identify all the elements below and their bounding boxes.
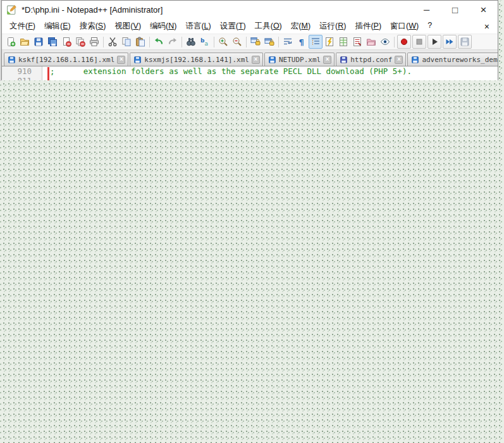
toolbar-sync-scroll-vertical-button[interactable] <box>249 35 262 49</box>
toolbar-separator <box>214 37 214 47</box>
menu-item-L[interactable]: 语言(L) <box>181 20 215 33</box>
toolbar-folder-as-workspace-button[interactable] <box>364 35 378 49</box>
toolbar-open-file-button[interactable] <box>18 35 32 49</box>
sync-scroll-vertical-icon <box>250 37 261 47</box>
close-document-icon[interactable]: × <box>484 22 498 32</box>
tab-kskf[192.168.1.116].xml[interactable]: kskf[192.168.1.116].xml× <box>4 53 128 66</box>
tab-bar: kskf[192.168.1.116].xml×ksxmjs[192.168.1… <box>2 50 498 66</box>
toolbar-close-all-button[interactable] <box>73 35 87 49</box>
tab-label: ksxmjs[192.168.1.141].xml <box>144 56 249 64</box>
notepad-plus-plus-icon <box>6 4 17 15</box>
toolbar-user-defined-dialog-button[interactable] <box>323 35 336 49</box>
toolbar-new-file-button[interactable] <box>4 35 18 49</box>
toolbar-close-button[interactable] <box>59 35 73 49</box>
menu-item-P[interactable]: 插件(P) <box>350 20 386 33</box>
toolbar-function-list-button[interactable] <box>350 35 364 49</box>
cut-icon <box>108 37 118 47</box>
tab-label: kskf[192.168.1.116].xml <box>18 56 114 64</box>
menu-item-E[interactable]: 编辑(E) <box>40 20 75 33</box>
tab-adventureworks_demo.php[interactable]: adventureworks_demo.php× <box>407 53 498 66</box>
menu-bar: 文件(F)编辑(E)搜索(S)视图(V)编码(N)语言(L)设置(T)工具(O)… <box>2 19 498 34</box>
line-text: ; extension folders as well as the separ… <box>42 66 412 76</box>
editor-line-910[interactable]: 910; extension folders as well as the se… <box>2 66 498 76</box>
menu-item-N[interactable]: 编码(N) <box>145 20 181 33</box>
toolbar-replace-button[interactable]: ba <box>198 35 212 49</box>
toolbar-zoom-in-button[interactable] <box>216 35 230 49</box>
toolbar-separator <box>149 37 150 47</box>
menu-item-help[interactable]: ? <box>423 20 436 33</box>
toolbar-cut-button[interactable] <box>106 35 120 49</box>
show-all-characters-icon: ¶ <box>297 37 307 47</box>
tab-close-icon[interactable]: × <box>323 56 331 64</box>
menu-items: 文件(F)编辑(E)搜索(S)视图(V)编码(N)语言(L)设置(T)工具(O)… <box>5 20 436 33</box>
toolbar-word-wrap-button[interactable] <box>281 35 295 49</box>
toolbar-undo-button[interactable] <box>152 35 166 49</box>
toolbar: ba¶ <box>2 34 498 50</box>
toolbar-monitoring-button[interactable] <box>378 35 392 49</box>
toolbar-sync-scroll-horizontal-button[interactable] <box>262 35 276 49</box>
toolbar-separator <box>181 37 182 47</box>
redo-icon <box>168 37 178 47</box>
sync-scroll-horizontal-icon <box>264 37 274 47</box>
saved-document-floppy-icon <box>411 56 419 64</box>
replace-icon: ba <box>200 37 210 47</box>
tab-list: kskf[192.168.1.116].xml×ksxmjs[192.168.1… <box>4 53 498 66</box>
toolbar-find-button[interactable] <box>184 35 198 49</box>
function-list-icon <box>352 37 362 47</box>
toolbar-macro-save-button[interactable] <box>458 35 472 49</box>
notepad-plus-plus-window: *D:\php.ini - Notepad++ [Administrator] … <box>1 0 498 80</box>
menu-item-S[interactable]: 搜索(S) <box>75 20 111 33</box>
tab-close-icon[interactable]: × <box>252 56 260 64</box>
tab-ksxmjs[192.168.1.141].xml[interactable]: ksxmjs[192.168.1.141].xml× <box>130 53 263 66</box>
macro-playback-icon <box>429 37 439 47</box>
menu-item-W[interactable]: 窗口(W) <box>386 20 423 33</box>
toolbar-redo-button[interactable] <box>166 35 180 49</box>
toolbar-macro-stop-button[interactable] <box>412 35 426 49</box>
monitoring-icon <box>380 37 390 47</box>
toolbar-macro-run-multiple-button[interactable] <box>443 35 457 49</box>
toolbar-save-all-button[interactable] <box>46 35 59 49</box>
window-title: *D:\php.ini - Notepad++ [Administrator] <box>22 5 163 15</box>
toolbar-copy-button[interactable] <box>120 35 133 49</box>
maximize-button[interactable]: □ <box>441 1 469 19</box>
toolbar-document-map-button[interactable] <box>336 35 350 49</box>
toolbar-show-indent-guide-button[interactable] <box>309 35 323 49</box>
toolbar-save-button[interactable] <box>32 35 46 49</box>
save-all-icon <box>47 37 58 47</box>
editor-area[interactable]: 910; extension folders as well as the se… <box>2 66 498 80</box>
close-icon <box>61 37 71 47</box>
menu-item-R[interactable]: 运行(R) <box>315 20 350 33</box>
menu-item-O[interactable]: 工具(O) <box>250 20 286 33</box>
tab-close-icon[interactable]: × <box>117 56 125 64</box>
find-icon <box>186 37 196 47</box>
editor-line-911[interactable]: 911 <box>2 76 498 80</box>
saved-document-floppy-icon <box>268 56 276 64</box>
menu-item-T[interactable]: 设置(T) <box>216 20 250 33</box>
paste-icon <box>135 37 145 47</box>
toolbar-separator <box>394 37 395 47</box>
toolbar-macro-record-button[interactable] <box>397 35 411 49</box>
toolbar-show-all-characters-button[interactable]: ¶ <box>295 35 309 49</box>
menu-item-M[interactable]: 宏(M) <box>286 20 315 33</box>
close-button[interactable]: × <box>469 1 498 19</box>
minimize-button[interactable]: ─ <box>412 1 441 19</box>
menu-item-F[interactable]: 文件(F) <box>5 20 40 33</box>
folder-as-workspace-icon <box>366 37 376 47</box>
tab-httpd.conf[interactable]: httpd.conf× <box>336 53 406 66</box>
modified-line-marker <box>47 67 49 80</box>
menu-item-V[interactable]: 视图(V) <box>110 20 145 33</box>
toolbar-separator <box>103 37 104 47</box>
saved-document-floppy-icon <box>8 56 16 64</box>
tab-close-icon[interactable]: × <box>395 56 403 64</box>
close-all-icon <box>75 37 85 47</box>
tab-NETUDP.xml[interactable]: NETUDP.xml× <box>264 53 335 66</box>
show-indent-guide-icon <box>310 37 321 47</box>
zoom-in-icon <box>218 37 228 47</box>
toolbar-macro-playback-button[interactable] <box>427 35 441 49</box>
word-wrap-icon <box>283 37 293 47</box>
macro-stop-icon <box>414 37 424 47</box>
toolbar-paste-button[interactable] <box>133 35 147 49</box>
toolbar-zoom-out-button[interactable] <box>230 35 244 49</box>
copy-icon <box>121 37 132 47</box>
toolbar-print-button[interactable] <box>87 35 101 49</box>
